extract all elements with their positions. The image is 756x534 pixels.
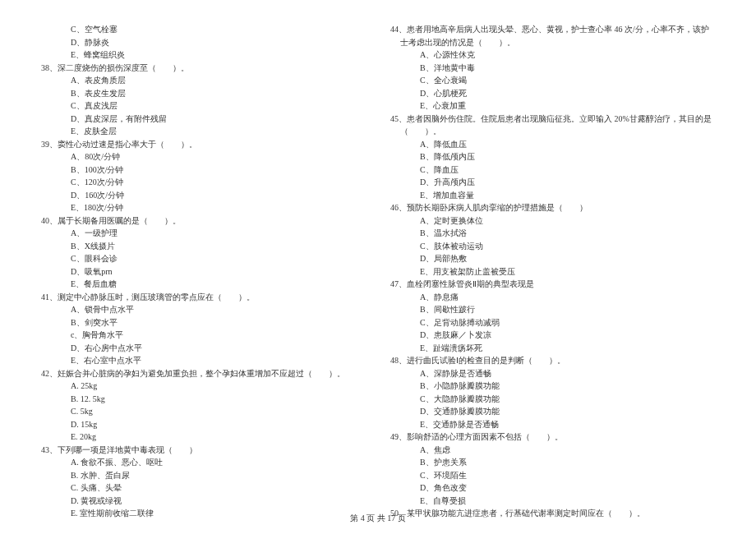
- option-line: A、降低血压: [390, 138, 715, 151]
- option-line: A、一级护理: [41, 227, 366, 240]
- option-line: E、180次/分钟: [41, 201, 366, 214]
- option-line: B、护患关系: [390, 456, 715, 469]
- option-line: B、100次/分钟: [41, 163, 366, 177]
- option-line: D、160次/分钟: [41, 189, 366, 202]
- question-line: 47、血栓闭塞性脉管炎Ⅱ期的典型表现是: [390, 278, 715, 291]
- option-line: B、剑突水平: [41, 316, 366, 329]
- option-line: A、表皮角质层: [41, 74, 366, 87]
- question-line: 42、妊娠合并心脏病的孕妇为避免加重负担，整个孕妇体重增加不应超过（ ）。: [41, 367, 366, 380]
- option-line: D、交通静脉瓣膜功能: [390, 405, 715, 418]
- option-line: A、焦虑: [390, 444, 715, 457]
- option-line: C、降血压: [390, 163, 715, 177]
- option-line: D、升高颅内压: [390, 176, 715, 189]
- option-line: B、间歇性跛行: [390, 303, 715, 316]
- option-line: C、真皮浅层: [41, 99, 366, 113]
- option-line: D、角色改变: [390, 481, 715, 495]
- option-line: E、用支被架防止盖被受压: [390, 265, 715, 279]
- option-line: E、右心室中点水平: [41, 354, 366, 367]
- option-line: C. 头痛、头晕: [41, 481, 366, 495]
- question-line: 41、测定中心静脉压时，测压玻璃管的零点应在（ ）。: [41, 291, 366, 304]
- right-column: 44、患者用地高辛后病人出现头晕、恶心、黄视，护士查心率 46 次/分，心率不齐…: [390, 23, 715, 520]
- option-line: E、自尊受损: [390, 495, 715, 508]
- question-line: 49、影响舒适的心理方面因素不包括（ ）。: [390, 430, 715, 444]
- page-columns: C、空气栓塞D、静脉炎E、蜂窝组织炎38、深二度烧伤的损伤深度至（ ）。A、表皮…: [41, 23, 715, 520]
- option-line: E、趾端溃疡坏死: [390, 342, 715, 355]
- option-line: A、定时更换体位: [390, 214, 715, 228]
- option-line: C、空气栓塞: [41, 23, 366, 36]
- option-line: D、心肌梗死: [390, 87, 715, 100]
- option-line: C、120次/分钟: [41, 176, 366, 189]
- option-line: D、右心房中点水平: [41, 342, 366, 355]
- option-line: D、局部热敷: [390, 252, 715, 265]
- option-line: D、静脉炎: [41, 36, 366, 49]
- option-line: C、大隐静脉瓣膜功能: [390, 393, 715, 406]
- option-line: B、X线摄片: [41, 240, 366, 253]
- option-line: E. 20kg: [41, 430, 366, 444]
- option-line: C、全心衰竭: [390, 74, 715, 87]
- option-line: B、洋地黄中毒: [390, 62, 715, 75]
- option-line: D、真皮深层，有附件残留: [41, 113, 366, 126]
- option-line: c、胸骨角水平: [41, 329, 366, 342]
- page-footer: 第 4 页 共 17 页: [0, 513, 756, 524]
- option-line: E、餐后血糖: [41, 278, 366, 291]
- option-line: C、眼科会诊: [41, 252, 366, 265]
- option-line: D、患肢麻／卜发凉: [390, 329, 715, 342]
- option-line: C、环境陌生: [390, 469, 715, 482]
- option-line: E、增加血容量: [390, 189, 715, 202]
- question-line: 44、患者用地高辛后病人出现头晕、恶心、黄视，护士查心率 46 次/分，心率不齐…: [390, 23, 715, 48]
- option-line: B、小隐静脉瓣膜功能: [390, 380, 715, 393]
- option-line: D. 15kg: [41, 418, 366, 431]
- option-line: B、温水拭浴: [390, 227, 715, 240]
- question-line: 39、窦性心动过速是指心率大于（ ）。: [41, 138, 366, 151]
- option-line: E、皮肤全层: [41, 125, 366, 138]
- option-line: E、交通静脉是否通畅: [390, 418, 715, 431]
- option-line: B. 水肿、蛋白尿: [41, 469, 366, 482]
- option-line: B、表皮生发层: [41, 87, 366, 100]
- option-line: A、锁骨中点水平: [41, 303, 366, 316]
- question-line: 48、进行曲氏试验Ⅰ的检查目的是判断（ ）。: [390, 354, 715, 367]
- left-column: C、空气栓塞D、静脉炎E、蜂窝组织炎38、深二度烧伤的损伤深度至（ ）。A、表皮…: [41, 23, 366, 520]
- option-line: A. 25kg: [41, 380, 366, 393]
- option-line: B、降低颅内压: [390, 150, 715, 163]
- option-line: A. 食欲不振、恶心、呕吐: [41, 456, 366, 469]
- option-line: C. 5kg: [41, 405, 366, 418]
- option-line: C、足背动脉搏动减弱: [390, 316, 715, 329]
- question-line: 40、属于长期备用医嘱的是（ ）。: [41, 214, 366, 228]
- option-line: D. 黄视或绿视: [41, 495, 366, 508]
- option-line: E、蜂窝组织炎: [41, 48, 366, 62]
- option-line: A、深静脉是否通畅: [390, 367, 715, 380]
- question-line: 43、下列哪一项是洋地黄中毒表现（ ）: [41, 444, 366, 457]
- option-line: A、心源性休克: [390, 48, 715, 62]
- question-line: 38、深二度烧伤的损伤深度至（ ）。: [41, 62, 366, 75]
- question-line: 45、患者因脑外伤住院。住院后患者出现脑疝征兆。立即输入 20%甘露醇治疗，其目…: [390, 113, 715, 138]
- option-line: C、肢体被动运动: [390, 240, 715, 253]
- question-line: 46、预防长期卧床病人肌肉挛缩的护理措施是（ ）: [390, 201, 715, 214]
- option-line: A、80次/分钟: [41, 150, 366, 163]
- option-line: A、静息痛: [390, 291, 715, 304]
- option-line: D、吸氧prn: [41, 265, 366, 279]
- option-line: E、心衰加重: [390, 99, 715, 113]
- option-line: B. 12. 5kg: [41, 393, 366, 406]
